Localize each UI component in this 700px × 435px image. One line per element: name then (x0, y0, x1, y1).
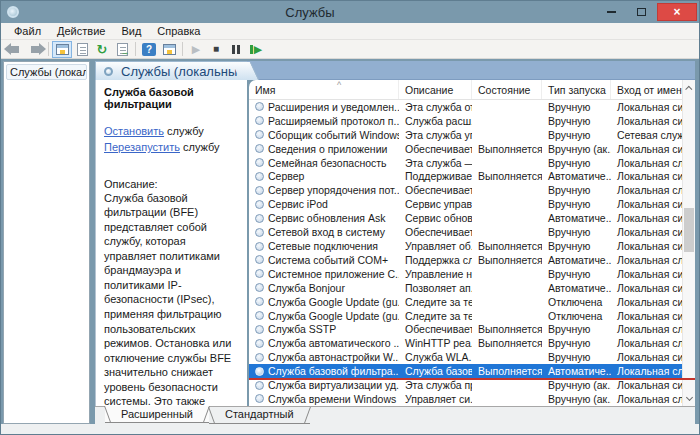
table-row-selected[interactable]: Служба базовой фильтра...Служба базов...… (249, 364, 695, 378)
table-row[interactable]: Система событий COM+Поддержка сл...Выпол… (249, 253, 695, 267)
service-icon (255, 394, 264, 403)
table-row[interactable]: Системное приложение C...Управление н...… (249, 267, 695, 281)
cell: Служба Google Update (gu... (249, 295, 399, 309)
table-row[interactable]: Сборщик событий WindowsЭта служба уп...В… (249, 128, 695, 142)
menu-item-вид[interactable]: Вид (114, 24, 148, 38)
cell: Вручную (542, 156, 611, 170)
table-row[interactable]: Сервер упорядочения пот...Обеспечивает..… (249, 183, 695, 197)
table-row[interactable]: Семейная безопасностьЭта служба —...Вруч… (249, 156, 695, 170)
main-area: Службы (локальные) Службы (локальные) Сл… (1, 59, 699, 424)
service-icon (255, 353, 264, 362)
window-title: Службы (25, 5, 595, 20)
cell: Выполняется (472, 364, 542, 378)
table-row[interactable]: Служба времени WindowsУправляет си...Вру… (249, 392, 695, 406)
services-window: Службы × ФайлДействиеВидСправка ↻ → ? ▶ … (0, 0, 700, 435)
stop-service-link[interactable]: Остановить (104, 125, 164, 137)
start-icon: ▶ (192, 44, 200, 55)
scroll-up-icon[interactable] (683, 82, 695, 95)
table-row[interactable]: Сервис iPodСервис управ...ВручнуюЛокальн… (249, 197, 695, 211)
cell: Выполняется (472, 323, 542, 337)
cell (472, 225, 542, 239)
service-icon (255, 269, 264, 278)
cell: Сервис управ... (399, 197, 472, 211)
table-row[interactable]: Служба автоматического ...WinHTTP реа...… (249, 336, 695, 350)
cell: Автоматиче... (542, 170, 611, 184)
column-header-2[interactable]: Описание (399, 80, 472, 99)
restart-service-suffix: службу (180, 141, 220, 153)
service-table-body: Расширения и уведомлен...Эта служба от..… (249, 100, 695, 406)
cell: Следите за те... (399, 309, 472, 323)
show-console-tree-button[interactable] (52, 41, 72, 58)
cell (472, 392, 542, 406)
toolbar-separator (182, 42, 183, 56)
tab-extended[interactable]: Расширенный (105, 406, 209, 423)
cell: Служба базов... (399, 364, 472, 378)
menu-item-действие[interactable]: Действие (50, 24, 112, 38)
cell: Вручную (542, 323, 611, 337)
start-service-button[interactable]: ▶ (186, 41, 206, 58)
cell: Расширения и уведомлен... (249, 100, 399, 114)
refresh-button[interactable]: ↻ (92, 41, 112, 58)
table-row[interactable]: Служба автонастройки W...Служба WLA...Вр… (249, 350, 695, 364)
help-button[interactable]: ? (139, 41, 159, 58)
table-row[interactable]: Служба SSTPОбеспечивает...ВыполняетсяВру… (249, 323, 695, 337)
maximize-button[interactable] (627, 3, 655, 21)
cell (472, 295, 542, 309)
table-row[interactable]: Служба BonjourПозволяет ап...Автоматиче.… (249, 281, 695, 295)
vertical-scrollbar[interactable] (682, 80, 695, 406)
table-row[interactable]: Сведения о приложенииОбеспечивает...Выпо… (249, 142, 695, 156)
column-header-3[interactable]: Состояние (472, 80, 542, 99)
stop-service-suffix: службу (164, 125, 204, 137)
cell: Управляет об... (399, 239, 472, 253)
cell: Выполняется (472, 170, 542, 184)
tree-item-services-local[interactable]: Службы (локальные) (6, 64, 87, 80)
extended-view-content: Служба базовой фильтрации Остановить слу… (95, 80, 695, 406)
cell: Вручную (542, 350, 611, 364)
service-icon (255, 172, 264, 181)
stop-service-button[interactable]: ■ (206, 41, 226, 58)
description-label: Описание: (104, 178, 239, 190)
table-row[interactable]: Расширяемый протокол п...Служба расш...В… (249, 114, 695, 128)
service-icon (255, 228, 264, 237)
cell: Служба времени Windows (249, 392, 399, 406)
restart-service-link[interactable]: Перезапустить (104, 141, 180, 153)
table-row[interactable]: Расширения и уведомлен...Эта служба от..… (249, 100, 695, 114)
table-row[interactable]: Сервис обновления AskСервис обнов...Авто… (249, 211, 695, 225)
table-header: ИмяОписаниеСостояниеТип запускаВход от и… (249, 80, 695, 100)
scroll-down-icon[interactable] (683, 391, 695, 404)
cell: Выполняется (472, 239, 542, 253)
back-button[interactable] (5, 41, 25, 58)
console-tree-panel: Службы (локальные) (3, 61, 90, 424)
pause-service-button[interactable] (226, 41, 246, 58)
cell: Служба автонастройки W... (249, 350, 399, 364)
service-icon (255, 158, 264, 167)
cell: Системное приложение C... (249, 267, 399, 281)
table-row[interactable]: Служба Google Update (gu...Следите за те… (249, 295, 695, 309)
table-row[interactable]: Сетевые подключенияУправляет об...Выполн… (249, 239, 695, 253)
scrollbar-thumb[interactable] (684, 208, 694, 252)
table-row[interactable]: Служба виртуализации уд...Эта служба пр.… (249, 378, 695, 392)
close-button[interactable]: × (657, 3, 697, 21)
service-icon (255, 242, 264, 251)
column-header-4[interactable]: Тип запуска (542, 80, 611, 99)
cell: Автоматиче... (542, 211, 611, 225)
properties-button[interactable] (72, 41, 92, 58)
service-description-panel: Служба базовой фильтрации Остановить слу… (95, 80, 247, 406)
service-icon (255, 367, 264, 376)
export-list-button[interactable]: → (112, 41, 132, 58)
table-row[interactable]: Служба Google Update (gu...Следите за те… (249, 309, 695, 323)
minimize-button[interactable] (597, 3, 625, 21)
show-action-pane-button[interactable] (159, 41, 179, 58)
forward-button[interactable] (25, 41, 45, 58)
menu-item-справка[interactable]: Справка (150, 24, 207, 38)
restart-service-button[interactable]: ▶ (246, 41, 266, 58)
cell (472, 211, 542, 225)
table-row[interactable]: СерверПоддерживае...ВыполняетсяАвтоматич… (249, 170, 695, 184)
menu-item-файл[interactable]: Файл (7, 24, 48, 38)
tab-standard[interactable]: Стандартный (209, 407, 310, 424)
table-row[interactable]: Сетевой вход в системуОбеспечивает...Вру… (249, 225, 695, 239)
column-header-1[interactable]: Имя (249, 80, 399, 99)
cell: Обеспечивает... (399, 225, 472, 239)
cell: Вручную (542, 267, 611, 281)
cell: Система событий COM+ (249, 253, 399, 267)
